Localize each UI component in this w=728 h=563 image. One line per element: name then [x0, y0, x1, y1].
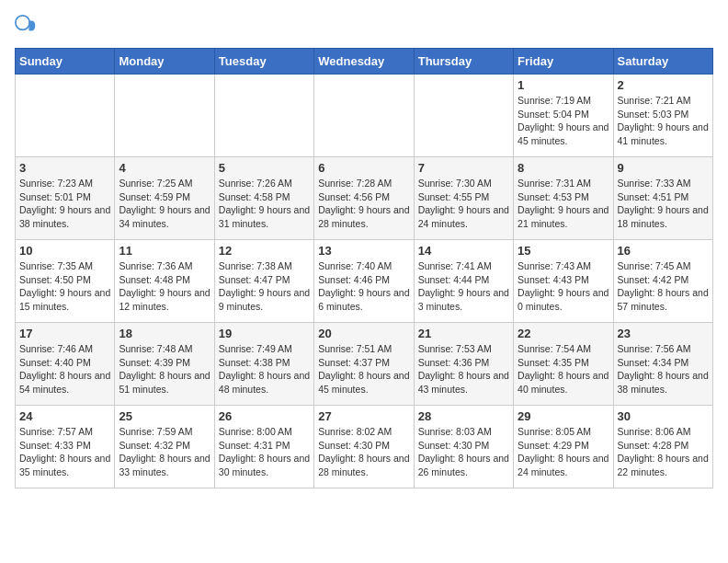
calendar-week-row: 3Sunrise: 7:23 AM Sunset: 5:01 PM Daylig… [16, 157, 713, 240]
day-number: 1 [518, 78, 609, 92]
day-number: 4 [119, 161, 210, 175]
day-info: Sunrise: 7:21 AM Sunset: 5:03 PM Dayligh… [618, 94, 709, 148]
day-info: Sunrise: 7:51 AM Sunset: 4:37 PM Dayligh… [318, 342, 409, 396]
calendar-week-row: 10Sunrise: 7:35 AM Sunset: 4:50 PM Dayli… [16, 240, 713, 323]
calendar-cell: 21Sunrise: 7:53 AM Sunset: 4:36 PM Dayli… [414, 323, 513, 406]
calendar-week-row: 24Sunrise: 7:57 AM Sunset: 4:33 PM Dayli… [16, 406, 713, 488]
day-info: Sunrise: 8:06 AM Sunset: 4:28 PM Dayligh… [618, 425, 709, 479]
day-header-tuesday: Tuesday [214, 49, 313, 75]
calendar-cell: 8Sunrise: 7:31 AM Sunset: 4:53 PM Daylig… [514, 157, 613, 240]
calendar-cell: 24Sunrise: 7:57 AM Sunset: 4:33 PM Dayli… [16, 406, 115, 488]
calendar-cell: 14Sunrise: 7:41 AM Sunset: 4:44 PM Dayli… [414, 240, 513, 323]
day-info: Sunrise: 7:40 AM Sunset: 4:46 PM Dayligh… [318, 259, 409, 314]
day-number: 5 [219, 161, 310, 175]
calendar-cell: 28Sunrise: 8:03 AM Sunset: 4:30 PM Dayli… [414, 406, 513, 488]
day-header-thursday: Thursday [414, 49, 513, 75]
day-number: 12 [219, 244, 310, 258]
day-number: 22 [518, 327, 609, 340]
day-info: Sunrise: 7:23 AM Sunset: 5:01 PM Dayligh… [19, 177, 110, 231]
calendar-cell: 30Sunrise: 8:06 AM Sunset: 4:28 PM Dayli… [613, 406, 712, 488]
calendar-cell: 7Sunrise: 7:30 AM Sunset: 4:55 PM Daylig… [414, 157, 513, 240]
logo-icon [15, 15, 37, 37]
calendar-cell: 25Sunrise: 7:59 AM Sunset: 4:32 PM Dayli… [115, 406, 214, 488]
day-number: 24 [19, 409, 110, 423]
day-number: 14 [418, 244, 509, 258]
day-number: 23 [618, 327, 709, 340]
day-header-saturday: Saturday [613, 49, 712, 75]
calendar-cell: 15Sunrise: 7:43 AM Sunset: 4:43 PM Dayli… [514, 240, 613, 323]
day-info: Sunrise: 7:53 AM Sunset: 4:36 PM Dayligh… [418, 342, 509, 396]
calendar-cell [16, 75, 115, 157]
day-info: Sunrise: 8:03 AM Sunset: 4:30 PM Dayligh… [418, 425, 509, 479]
calendar-cell [314, 75, 414, 157]
day-number: 10 [19, 244, 110, 258]
day-info: Sunrise: 7:49 AM Sunset: 4:38 PM Dayligh… [219, 342, 310, 396]
calendar-table: SundayMondayTuesdayWednesdayThursdayFrid… [15, 48, 713, 488]
day-number: 11 [119, 244, 210, 258]
day-number: 9 [618, 161, 709, 175]
day-number: 30 [618, 409, 709, 423]
logo [15, 15, 40, 37]
day-number: 21 [418, 327, 509, 340]
calendar-cell: 3Sunrise: 7:23 AM Sunset: 5:01 PM Daylig… [16, 157, 115, 240]
page-header [15, 15, 713, 37]
day-info: Sunrise: 8:05 AM Sunset: 4:29 PM Dayligh… [518, 425, 609, 479]
day-info: Sunrise: 7:56 AM Sunset: 4:34 PM Dayligh… [618, 342, 709, 396]
day-number: 7 [418, 161, 509, 175]
calendar-cell: 12Sunrise: 7:38 AM Sunset: 4:47 PM Dayli… [214, 240, 313, 323]
day-info: Sunrise: 7:54 AM Sunset: 4:35 PM Dayligh… [518, 342, 609, 396]
day-info: Sunrise: 7:46 AM Sunset: 4:40 PM Dayligh… [19, 342, 110, 396]
day-info: Sunrise: 7:43 AM Sunset: 4:43 PM Dayligh… [518, 259, 609, 314]
day-info: Sunrise: 7:31 AM Sunset: 4:53 PM Dayligh… [518, 177, 609, 231]
day-info: Sunrise: 7:45 AM Sunset: 4:42 PM Dayligh… [618, 259, 709, 314]
day-header-wednesday: Wednesday [314, 49, 414, 75]
day-info: Sunrise: 7:38 AM Sunset: 4:47 PM Dayligh… [219, 259, 310, 314]
day-info: Sunrise: 7:25 AM Sunset: 4:59 PM Dayligh… [119, 177, 210, 231]
day-number: 15 [518, 244, 609, 258]
calendar-cell: 18Sunrise: 7:48 AM Sunset: 4:39 PM Dayli… [115, 323, 214, 406]
calendar-cell: 23Sunrise: 7:56 AM Sunset: 4:34 PM Dayli… [613, 323, 712, 406]
day-number: 16 [618, 244, 709, 258]
day-info: Sunrise: 7:26 AM Sunset: 4:58 PM Dayligh… [219, 177, 310, 231]
calendar-cell: 13Sunrise: 7:40 AM Sunset: 4:46 PM Dayli… [314, 240, 414, 323]
day-info: Sunrise: 7:59 AM Sunset: 4:32 PM Dayligh… [119, 425, 210, 479]
calendar-cell: 27Sunrise: 8:02 AM Sunset: 4:30 PM Dayli… [314, 406, 414, 488]
day-info: Sunrise: 7:28 AM Sunset: 4:56 PM Dayligh… [318, 177, 409, 231]
day-info: Sunrise: 7:36 AM Sunset: 4:48 PM Dayligh… [119, 259, 210, 314]
day-info: Sunrise: 8:00 AM Sunset: 4:31 PM Dayligh… [219, 425, 310, 479]
calendar-cell: 19Sunrise: 7:49 AM Sunset: 4:38 PM Dayli… [214, 323, 313, 406]
day-number: 25 [119, 409, 210, 423]
day-number: 26 [219, 409, 310, 423]
calendar-cell: 17Sunrise: 7:46 AM Sunset: 4:40 PM Dayli… [16, 323, 115, 406]
day-header-sunday: Sunday [16, 49, 115, 75]
day-number: 8 [518, 161, 609, 175]
day-number: 17 [19, 327, 110, 340]
calendar-cell: 6Sunrise: 7:28 AM Sunset: 4:56 PM Daylig… [314, 157, 414, 240]
calendar-cell: 16Sunrise: 7:45 AM Sunset: 4:42 PM Dayli… [613, 240, 712, 323]
day-header-monday: Monday [115, 49, 214, 75]
day-number: 3 [19, 161, 110, 175]
calendar-week-row: 17Sunrise: 7:46 AM Sunset: 4:40 PM Dayli… [16, 323, 713, 406]
day-info: Sunrise: 7:30 AM Sunset: 4:55 PM Dayligh… [418, 177, 509, 231]
calendar-cell: 20Sunrise: 7:51 AM Sunset: 4:37 PM Dayli… [314, 323, 414, 406]
day-number: 6 [318, 161, 409, 175]
day-info: Sunrise: 8:02 AM Sunset: 4:30 PM Dayligh… [318, 425, 409, 479]
day-info: Sunrise: 7:19 AM Sunset: 5:04 PM Dayligh… [518, 94, 609, 148]
day-number: 13 [318, 244, 409, 258]
day-number: 18 [119, 327, 210, 340]
calendar-cell: 10Sunrise: 7:35 AM Sunset: 4:50 PM Dayli… [16, 240, 115, 323]
calendar-cell: 11Sunrise: 7:36 AM Sunset: 4:48 PM Dayli… [115, 240, 214, 323]
day-number: 29 [518, 409, 609, 423]
calendar-cell: 9Sunrise: 7:33 AM Sunset: 4:51 PM Daylig… [613, 157, 712, 240]
calendar-cell: 2Sunrise: 7:21 AM Sunset: 5:03 PM Daylig… [613, 75, 712, 157]
calendar-cell: 5Sunrise: 7:26 AM Sunset: 4:58 PM Daylig… [214, 157, 313, 240]
calendar-cell [115, 75, 214, 157]
calendar-cell: 29Sunrise: 8:05 AM Sunset: 4:29 PM Dayli… [514, 406, 613, 488]
calendar-header-row: SundayMondayTuesdayWednesdayThursdayFrid… [16, 49, 713, 75]
calendar-cell [214, 75, 313, 157]
day-number: 2 [618, 78, 709, 92]
calendar-week-row: 1Sunrise: 7:19 AM Sunset: 5:04 PM Daylig… [16, 75, 713, 157]
day-number: 20 [318, 327, 409, 340]
calendar-cell: 26Sunrise: 8:00 AM Sunset: 4:31 PM Dayli… [214, 406, 313, 488]
day-info: Sunrise: 7:57 AM Sunset: 4:33 PM Dayligh… [19, 425, 110, 479]
